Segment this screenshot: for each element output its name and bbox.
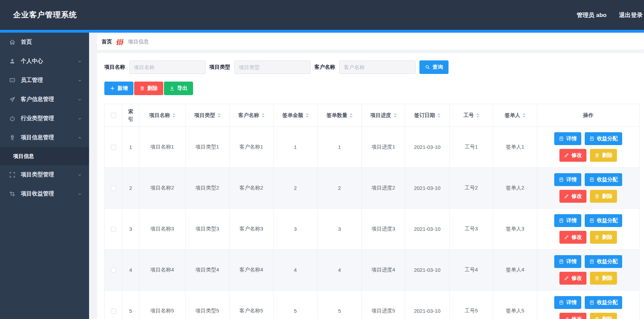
sort-icon[interactable] (350, 113, 353, 118)
cell-emp: 工号3 (450, 209, 493, 250)
chat-icon (9, 77, 16, 84)
column-header: 索引 (122, 104, 139, 127)
sort-icon[interactable] (437, 113, 440, 118)
detail-button[interactable]: 详情 (554, 296, 581, 309)
search-input[interactable] (234, 60, 311, 74)
cell-name: 项目名称2 (139, 168, 185, 209)
add-button[interactable]: 新增 (104, 82, 133, 95)
document-icon (559, 259, 564, 264)
chevron-down-icon (77, 59, 82, 64)
sidebar-item-staff[interactable]: 员工管理 (0, 71, 89, 90)
row-checkbox[interactable] (111, 186, 116, 191)
remove-button[interactable]: 删除 (590, 231, 617, 244)
sidebar-item-customer-info[interactable]: 客户信息管理 (0, 90, 89, 109)
column-header: 项目名称 (139, 104, 185, 127)
search-button[interactable]: 查询 (419, 60, 449, 74)
sort-icon[interactable] (523, 113, 525, 118)
chevron-down-icon (77, 78, 82, 83)
row-checkbox[interactable] (111, 145, 116, 150)
download-icon (169, 86, 175, 91)
column-header: 签单金额 (273, 104, 317, 127)
cell-customer: 客户名称4 (229, 250, 273, 291)
sort-icon[interactable] (476, 113, 479, 118)
remove-button[interactable]: 删除 (590, 313, 617, 319)
trash-icon (594, 153, 600, 158)
remove-button[interactable]: 删除 (590, 272, 617, 285)
cell-customer: 客户名称5 (229, 291, 273, 319)
document-icon (559, 177, 564, 182)
edit-button[interactable]: 修改 (559, 272, 586, 285)
cell-signer: 签单人2 (493, 168, 537, 209)
power-icon (9, 115, 16, 122)
income-button[interactable]: 收益分配 (585, 173, 622, 186)
cell-name: 项目名称3 (139, 209, 185, 250)
sidebar-item-home[interactable]: 首页 (0, 33, 89, 52)
detail-button[interactable]: 详情 (554, 255, 581, 268)
table-row: 2项目名称2项目类型2客户名称222项目进度22021-03-10工号2签单人2… (105, 168, 639, 209)
delete-button[interactable]: 删除 (134, 82, 163, 95)
column-header: 签单数量 (317, 104, 362, 127)
sidebar-subitem[interactable]: 项目信息 (0, 147, 89, 165)
data-table: 索引项目名称项目类型客户名称签单金额签单数量项目进度签订日期工号签单人操作 1项… (104, 104, 639, 319)
cell-select (105, 250, 122, 291)
sidebar-item-profile[interactable]: 个人中心 (0, 52, 89, 71)
pencil-icon (564, 153, 569, 158)
row-checkbox[interactable] (111, 309, 116, 314)
edit-button[interactable]: 修改 (559, 313, 586, 319)
income-button[interactable]: 收益分配 (585, 214, 622, 227)
select-all-checkbox[interactable] (111, 113, 116, 118)
detail-button[interactable]: 详情 (554, 214, 581, 227)
logout-link[interactable]: 退出登录 (619, 11, 643, 19)
row-checkbox[interactable] (111, 268, 116, 273)
income-button[interactable]: 收益分配 (585, 296, 622, 309)
breadcrumb-separator-icon: ∰ (116, 38, 124, 45)
search-input[interactable] (129, 60, 206, 74)
column-header: 签单人 (493, 104, 537, 127)
sidebar-item-label: 项目类型管理 (21, 171, 54, 178)
search-field: 项目名称 (104, 60, 206, 74)
remove-button[interactable]: 删除 (590, 190, 617, 203)
edit-button[interactable]: 修改 (559, 231, 586, 244)
sidebar-item-project-income[interactable]: 项目收益管理 (0, 184, 89, 203)
crop-icon (9, 191, 16, 197)
export-button[interactable]: 导出 (164, 82, 193, 95)
edit-button[interactable]: 修改 (559, 149, 586, 162)
pencil-icon (564, 276, 569, 281)
table-row: 4项目名称4项目类型4客户名称444项目进度42021-03-10工号4签单人4… (105, 250, 639, 291)
remove-button[interactable]: 删除 (590, 149, 617, 162)
scan-icon (9, 171, 16, 178)
edit-button[interactable]: 修改 (559, 190, 586, 203)
cell-qty: 1 (317, 127, 362, 168)
cell-signer: 签单人4 (493, 250, 537, 291)
breadcrumb: 首页 ∰ 项目信息 (97, 34, 644, 50)
sort-icon[interactable] (306, 113, 308, 118)
detail-button[interactable]: 详情 (554, 173, 581, 186)
cell-qty: 4 (317, 250, 362, 291)
row-checkbox[interactable] (111, 227, 116, 232)
select-all-header (105, 104, 122, 127)
income-button[interactable]: 收益分配 (585, 132, 622, 145)
breadcrumb-home[interactable]: 首页 (102, 39, 112, 45)
sort-icon[interactable] (394, 113, 397, 118)
cell-amount: 3 (273, 209, 317, 250)
sidebar-item-label: 项目收益管理 (21, 190, 54, 198)
document-icon (589, 300, 594, 305)
sidebar-item-project-info[interactable]: 项目信息管理 (0, 128, 89, 147)
sidebar-item-project-type[interactable]: 项目类型管理 (0, 165, 89, 184)
cell-emp: 工号4 (450, 250, 493, 291)
cell-customer: 客户名称3 (229, 209, 273, 250)
sidebar-item-industry-type[interactable]: 行业类型管理 (0, 109, 89, 128)
sidebar-submenu: 项目信息 (0, 147, 89, 165)
sort-icon[interactable] (173, 113, 175, 118)
app-title: 企业客户管理系统 (13, 10, 77, 20)
cell-qty: 3 (317, 209, 362, 250)
income-button[interactable]: 收益分配 (585, 255, 622, 268)
search-input[interactable] (339, 60, 416, 74)
cell-operation: 详情收益分配修改删除 (537, 168, 639, 209)
table-row: 5项目名称5项目类型5客户名称555项目进度52021-03-10工号5签单人5… (105, 291, 639, 319)
sort-icon[interactable] (262, 113, 264, 118)
cell-signer: 签单人5 (493, 291, 537, 319)
sort-icon[interactable] (218, 113, 220, 118)
detail-button[interactable]: 详情 (554, 132, 581, 145)
cell-progress: 项目进度5 (362, 291, 405, 319)
